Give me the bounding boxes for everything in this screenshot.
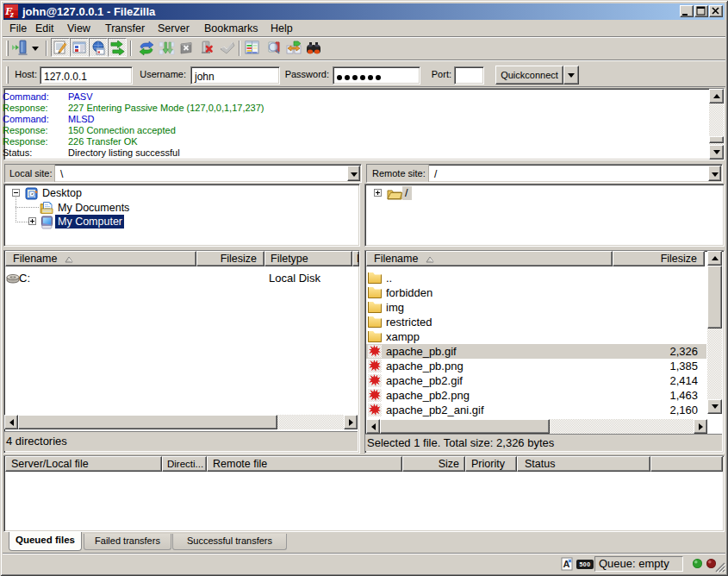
svg-text:z: z xyxy=(9,9,14,18)
